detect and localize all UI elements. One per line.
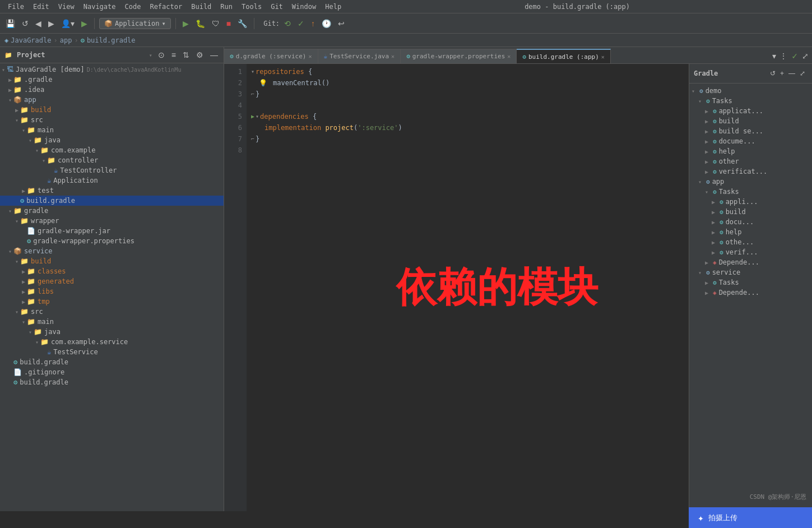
tree-item-test[interactable]: ▶ 📁 test (0, 186, 224, 196)
tree-item-root[interactable]: ▾ 🏗 JavaGradle [demo] D:\dev\cache\JavaA… (0, 64, 224, 75)
tree-item-service-tmp[interactable]: ▶ 📁 tmp (0, 297, 224, 307)
run-config-dropdown[interactable]: 📦 Application ▾ (99, 18, 171, 29)
g-item-verif[interactable]: ▶ ⚙ verif... (689, 247, 812, 257)
tree-item-app-java[interactable]: ▾ 📁 java (0, 135, 224, 145)
tab-build-gradle-app[interactable]: ⚙ build.gradle (:app) ✕ (517, 49, 611, 63)
tree-item-gradle-wrapper-props[interactable]: ⚙ gradle-wrapper.properties (0, 236, 224, 246)
tree-item-service-src[interactable]: ▾ 📁 src (0, 307, 224, 317)
g-item-othe[interactable]: ▶ ⚙ othe... (689, 237, 812, 247)
menu-edit[interactable]: Edit (29, 2, 54, 12)
sidebar-scroll-to-btn[interactable]: ⊙ (157, 49, 166, 61)
back-btn[interactable]: ◀ (33, 18, 44, 29)
tree-item-service-libs[interactable]: ▶ 📁 libs (0, 286, 224, 297)
sidebar-hide-btn[interactable]: — (209, 49, 219, 61)
g-item-app-dep[interactable]: ▶ ◈ Depende... (689, 257, 812, 267)
bulb-icon[interactable]: 💡 (259, 77, 267, 89)
tree-item-gradle-wrapper-jar[interactable]: 📄 gradle-wrapper.jar (0, 226, 224, 236)
g-item-docu[interactable]: ▶ ⚙ docu... (689, 217, 812, 227)
git-history-btn[interactable]: 🕐 (319, 18, 333, 29)
tabs-more-btn[interactable]: ⋮ (778, 50, 788, 62)
g-item-app-build[interactable]: ▶ ⚙ build (689, 207, 812, 217)
tree-item-application[interactable]: ☕ Application (0, 175, 224, 186)
tree-item-service-classes[interactable]: ▶ 📁 classes (0, 266, 224, 276)
forward-btn[interactable]: ▶ (46, 18, 57, 29)
sidebar-settings-btn[interactable]: ⚙ (195, 49, 205, 61)
g-item-applicat[interactable]: ▶ ⚙ applicat... (689, 106, 812, 116)
tree-item-service[interactable]: ▾ 📦 service (0, 246, 224, 256)
gradle-minus-btn[interactable]: — (787, 68, 796, 78)
menu-view[interactable]: View (54, 2, 79, 12)
g-item-demo-build[interactable]: ▶ ⚙ build (689, 116, 812, 126)
tree-item-com-example[interactable]: ▾ 📁 com.example (0, 145, 224, 155)
menu-run[interactable]: Run (216, 2, 237, 12)
stop-btn[interactable]: ■ (224, 18, 233, 29)
g-item-service-tasks[interactable]: ▶ ⚙ Tasks (689, 277, 812, 288)
tree-item-gradle-dir[interactable]: ▾ 📁 gradle (0, 206, 224, 216)
sidebar-collapse-btn[interactable]: ≡ (170, 49, 177, 61)
tree-item-controller[interactable]: ▾ 📁 controller (0, 155, 224, 165)
git-push-btn[interactable]: ↑ (309, 18, 317, 29)
menu-refactor[interactable]: Refactor (145, 2, 187, 12)
profile-btn[interactable]: 👤▾ (59, 18, 77, 29)
sidebar-sort-btn[interactable]: ⇅ (182, 49, 191, 61)
coverage-btn[interactable]: 🛡 (210, 18, 222, 29)
save-btn[interactable]: 💾 (3, 18, 17, 29)
tree-item-app-build-gradle[interactable]: ⚙ build.gradle (0, 196, 224, 206)
tree-item-root-build-gradle[interactable]: ⚙ build.gradle (0, 377, 224, 387)
green-arrow-btn[interactable]: ▶ (79, 18, 90, 29)
git-update-btn[interactable]: ⟲ (282, 18, 293, 29)
tree-item-app-src[interactable]: ▾ 📁 src (0, 115, 224, 125)
git-check-btn[interactable]: ✓ (295, 18, 307, 29)
g-item-service-dep[interactable]: ▶ ◈ Depende... (689, 288, 812, 298)
tab-testservice-close[interactable]: ✕ (391, 53, 395, 59)
g-item-app[interactable]: ▾ ⚙ app (689, 177, 812, 187)
tab-gradle-wrapper-props[interactable]: ⚙ gradle-wrapper.properties ✕ (401, 49, 517, 63)
tree-item-testcontroller[interactable]: ☕ TestController (0, 165, 224, 175)
tree-item-service-build-gradle[interactable]: ⚙ build.gradle (0, 357, 224, 367)
g-item-verificat[interactable]: ▶ ⚙ verificat... (689, 166, 812, 177)
g-item-appli[interactable]: ▶ ⚙ appli... (689, 197, 812, 207)
gradle-expand-btn[interactable]: ⤢ (799, 68, 806, 78)
breadcrumb-file[interactable]: build.gradle (87, 36, 136, 44)
g-item-demo-other[interactable]: ▶ ⚙ other (689, 156, 812, 166)
git-revert-btn[interactable]: ↩ (336, 18, 347, 29)
code-editor[interactable]: ▾ repositories { 💡 mavenCentral() ⌐ (247, 64, 689, 511)
gradle-sync-btn[interactable]: ↺ (769, 68, 777, 78)
tree-item-service-generated[interactable]: ▶ 📁 generated (0, 276, 224, 286)
csdn-badge[interactable]: ✦ 拍摄上传 (689, 507, 812, 528)
expand-editor-btn[interactable]: ⤢ (801, 50, 810, 62)
tree-item-service-main[interactable]: ▾ 📁 main (0, 317, 224, 327)
debug-btn[interactable]: 🐛 (193, 18, 207, 29)
menu-git[interactable]: Git (266, 2, 287, 12)
tab-build-gradle-app-close[interactable]: ✕ (601, 54, 605, 60)
tree-item-app-build[interactable]: ▶ 📁 build (0, 105, 224, 115)
tree-item-com-example-service[interactable]: ▾ 📁 com.example.service (0, 337, 224, 347)
g-item-build-se[interactable]: ▶ ⚙ build se... (689, 126, 812, 136)
tab-gradle-wrapper-props-close[interactable]: ✕ (507, 53, 511, 59)
tree-item-app[interactable]: ▾ 📦 app (0, 95, 224, 105)
g-item-demo[interactable]: ▾ ⚙ demo (689, 86, 812, 96)
g-item-demo-tasks[interactable]: ▾ ⚙ Tasks (689, 96, 812, 106)
tree-item-testservice[interactable]: ☕ TestService (0, 347, 224, 357)
fold-1[interactable]: ▾ (251, 66, 254, 77)
g-item-service[interactable]: ▾ ⚙ service (689, 267, 812, 277)
menu-tools[interactable]: Tools (237, 2, 266, 12)
g-item-app-tasks[interactable]: ▾ ⚙ Tasks (689, 187, 812, 197)
run-btn[interactable]: ▶ (180, 18, 191, 29)
breadcrumb-root[interactable]: JavaGradle (11, 36, 51, 44)
breadcrumb-app[interactable]: app (60, 36, 72, 44)
g-item-demo-help[interactable]: ▶ ⚙ help (689, 146, 812, 156)
fold-2[interactable]: ▾ (256, 111, 259, 122)
tab-dgradle-service[interactable]: ⚙ d.gradle (:service) ✕ (224, 49, 318, 63)
tab-dgradle-service-close[interactable]: ✕ (308, 53, 312, 59)
sync-btn[interactable]: ↺ (20, 18, 31, 29)
gradle-add-btn[interactable]: + (779, 68, 785, 78)
tree-item-service-java[interactable]: ▾ 📁 java (0, 327, 224, 337)
tree-item-app-main[interactable]: ▾ 📁 main (0, 125, 224, 135)
tree-item-dotgradle[interactable]: ▶ 📁 .gradle (0, 75, 224, 85)
tree-item-service-build[interactable]: ▾ 📁 build (0, 256, 224, 266)
g-item-app-help[interactable]: ▶ ⚙ help (689, 227, 812, 237)
tree-item-wrapper[interactable]: ▾ 📁 wrapper (0, 216, 224, 226)
menu-code[interactable]: Code (120, 2, 146, 12)
menu-window[interactable]: Window (287, 2, 321, 12)
